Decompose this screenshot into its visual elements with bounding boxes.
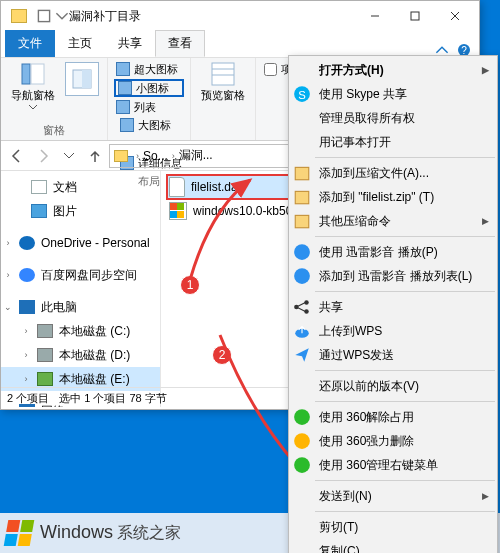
windows-logo-icon [4, 520, 35, 546]
chevron-down-icon[interactable]: ⌄ [3, 302, 13, 312]
preview-button[interactable]: 预览窗格 [197, 60, 249, 105]
chevron-right-icon: › [136, 151, 139, 161]
layout-small[interactable]: 小图标 [114, 79, 184, 97]
separator [315, 157, 495, 158]
crumb-2[interactable]: 漏洞... [177, 147, 215, 164]
forward-button[interactable] [31, 144, 55, 168]
tab-file[interactable]: 文件 [5, 30, 55, 57]
360-icon [293, 408, 311, 426]
crumb-1[interactable]: So... [141, 149, 170, 163]
separator [315, 370, 495, 371]
cm-xunlei-list[interactable]: 添加到 迅雷影音 播放列表(L) [289, 264, 497, 288]
cm-copy[interactable]: 复制(C) [289, 539, 497, 553]
tab-view[interactable]: 查看 [155, 30, 205, 57]
separator [315, 401, 495, 402]
back-button[interactable] [5, 144, 29, 168]
cm-admin[interactable]: 管理员取得所有权 [289, 106, 497, 130]
skype-icon: S [293, 85, 311, 103]
cm-skype[interactable]: S使用 Skype 共享 [289, 82, 497, 106]
sidebar-item-cdrive[interactable]: ›本地磁盘 (C:) [1, 319, 160, 343]
svg-point-26 [294, 433, 310, 449]
chevron-right-icon: ▶ [482, 491, 489, 501]
cm-share[interactable]: 共享 [289, 295, 497, 319]
cm-360-delete[interactable]: 使用 360强力删除 [289, 429, 497, 453]
chevron-right-icon: ▶ [482, 65, 489, 75]
cm-360-menu[interactable]: 使用 360管理右键菜单 [289, 453, 497, 477]
annotation-bubble-2: 2 [212, 345, 232, 365]
cm-restore[interactable]: 还原以前的版本(V) [289, 374, 497, 398]
pc-icon [19, 300, 35, 314]
close-button[interactable] [435, 2, 475, 30]
tab-home[interactable]: 主页 [55, 30, 105, 57]
preview-pane-button[interactable] [63, 60, 101, 112]
chevron-right-icon: › [172, 151, 175, 161]
svg-rect-16 [295, 167, 309, 179]
disk-icon [37, 324, 53, 338]
cm-upload-wps[interactable]: 上传到WPS [289, 319, 497, 343]
cm-open-with[interactable]: 打开方式(H)▶ [289, 58, 497, 82]
chevron-right-icon[interactable]: › [3, 270, 13, 280]
annotation-bubble-1: 1 [180, 275, 200, 295]
chevron-down-icon [29, 105, 37, 110]
svg-point-25 [294, 409, 310, 425]
title-bar: 漏洞补丁目录 [1, 1, 479, 31]
xunlei-icon [293, 267, 311, 285]
svg-point-20 [294, 268, 310, 284]
file-icon [169, 177, 185, 197]
cm-add-archive[interactable]: 添加到压缩文件(A)... [289, 161, 497, 185]
archive-icon [293, 188, 311, 206]
separator [315, 236, 495, 237]
svg-text:S: S [298, 89, 306, 101]
layout-list[interactable]: 列表 [114, 98, 184, 116]
svg-point-19 [294, 244, 310, 260]
svg-rect-7 [22, 64, 30, 84]
qat-chevron-icon[interactable] [55, 9, 69, 23]
minimize-button[interactable] [355, 2, 395, 30]
nav-pane-label: 导航窗格 [11, 88, 55, 103]
up-button[interactable] [83, 144, 107, 168]
maximize-button[interactable] [395, 2, 435, 30]
window-title: 漏洞补丁目录 [69, 8, 355, 25]
sidebar-item-onedrive[interactable]: ›OneDrive - Personal [1, 231, 160, 255]
file-name: filelist.dat [191, 180, 241, 194]
cm-cut[interactable]: 剪切(T) [289, 515, 497, 539]
sidebar-item-documents[interactable]: 文档 [1, 175, 160, 199]
cm-360-unlock[interactable]: 使用 360解除占用 [289, 405, 497, 429]
sidebar-item-ddrive[interactable]: ›本地磁盘 (D:) [1, 343, 160, 367]
wps-send-icon [293, 346, 311, 364]
sidebar-item-pictures[interactable]: 图片 [1, 199, 160, 223]
cm-send-wps[interactable]: 通过WPS发送 [289, 343, 497, 367]
checkbox-icon[interactable] [264, 63, 277, 76]
cm-add-zip[interactable]: 添加到 "filelist.zip" (T) [289, 185, 497, 209]
baidu-icon [19, 268, 35, 282]
cm-notepad[interactable]: 用记事本打开 [289, 130, 497, 154]
layout-large[interactable]: 大图标 [118, 116, 184, 134]
folder-icon [11, 9, 27, 23]
recent-button[interactable] [57, 144, 81, 168]
sidebar-item-baidu[interactable]: ›百度网盘同步空间 [1, 263, 160, 287]
ribbon-group-panes: 导航窗格 窗格 [1, 58, 108, 140]
cm-send-to[interactable]: 发送到(N)▶ [289, 484, 497, 508]
cm-xunlei-play[interactable]: 使用 迅雷影音 播放(P) [289, 240, 497, 264]
chevron-right-icon[interactable]: › [21, 350, 31, 360]
svg-rect-2 [411, 12, 419, 20]
chevron-right-icon[interactable]: › [21, 374, 31, 384]
tabs-row: 文件 主页 共享 查看 ? [1, 31, 479, 57]
svg-rect-0 [38, 10, 49, 21]
qat-dropdown-icon[interactable] [37, 9, 51, 23]
document-icon [31, 180, 47, 194]
ribbon-group-current: 预览窗格 [191, 58, 256, 140]
nav-pane-button[interactable]: 导航窗格 [7, 60, 59, 112]
chevron-right-icon[interactable]: › [3, 238, 13, 248]
share-icon [293, 298, 311, 316]
cm-other-zip[interactable]: 其他压缩命令▶ [289, 209, 497, 233]
sidebar-item-thispc[interactable]: ⌄此电脑 [1, 295, 160, 319]
layout-xlarge[interactable]: 超大图标 [114, 60, 184, 78]
tab-share[interactable]: 共享 [105, 30, 155, 57]
context-menu: 打开方式(H)▶ S使用 Skype 共享 管理员取得所有权 用记事本打开 添加… [288, 55, 498, 553]
archive-icon [293, 164, 311, 182]
svg-rect-10 [82, 70, 91, 88]
disk-icon [37, 372, 53, 386]
chevron-right-icon[interactable]: › [21, 326, 31, 336]
360-icon [293, 456, 311, 474]
